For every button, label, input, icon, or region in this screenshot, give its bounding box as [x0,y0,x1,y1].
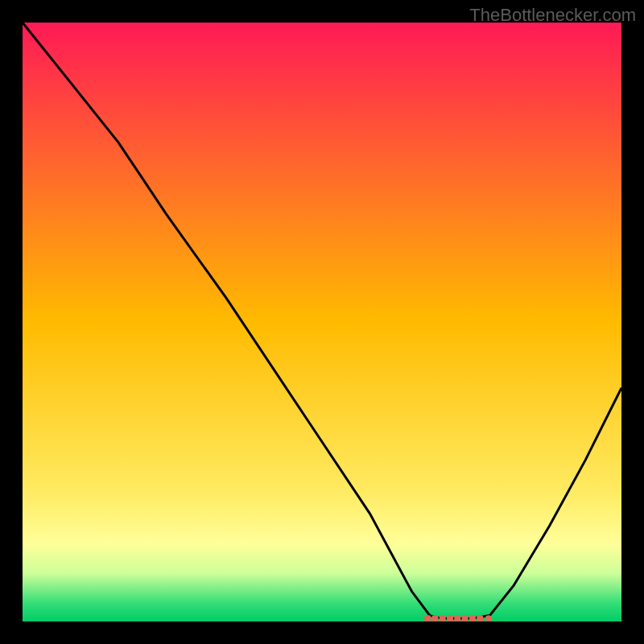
chart-svg [23,23,621,621]
svg-rect-0 [424,615,431,621]
gradient-background [23,23,621,621]
svg-rect-7 [477,615,483,621]
svg-rect-6 [469,615,476,621]
svg-rect-2 [440,615,446,621]
svg-rect-1 [431,615,438,621]
svg-point-8 [485,615,492,621]
bottleneck-chart [23,23,621,621]
svg-rect-3 [447,615,453,621]
watermark-text: TheBottlenecker.com [469,5,636,26]
svg-rect-5 [462,615,469,621]
optimal-range-marker [424,615,492,621]
svg-rect-4 [454,615,460,621]
